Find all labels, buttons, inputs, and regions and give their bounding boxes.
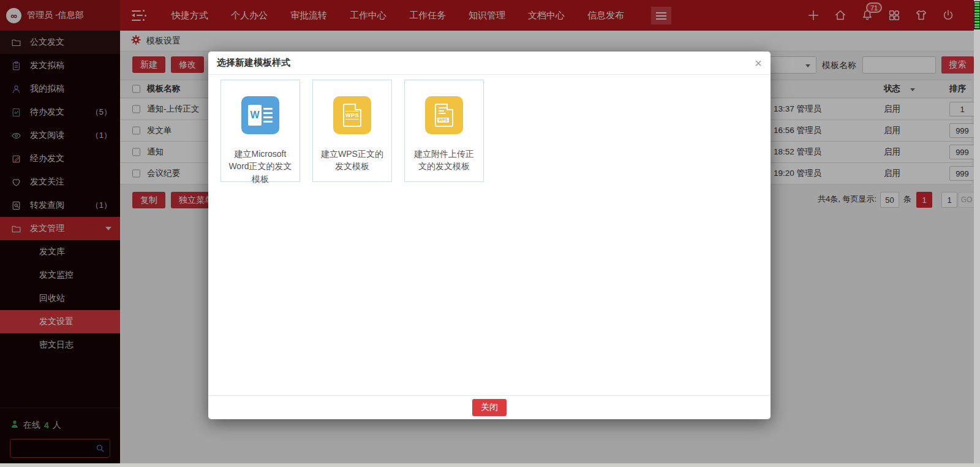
modal-footer: 关闭 [208,395,771,419]
modal-header: 选择新建模板样式 × [208,51,771,75]
template-card-label: 建立Microsoft Word正文的发文模板 [221,148,300,185]
word-icon: W [241,96,279,134]
close-button[interactable]: 关闭 [472,399,507,416]
modal-body: W 建立Microsoft Word正文的发文模板 WPS 建立WPS正文的发文… [208,75,771,395]
new-template-modal: 选择新建模板样式 × W 建立Microsoft Word正文的发文模板 WPS… [208,51,771,419]
vertical-scrollbar[interactable] [974,0,980,463]
template-card-label: 建立WPS正文的发文模板 [313,148,391,173]
close-icon[interactable]: × [755,57,762,69]
attachment-upload-icon: WPS [425,96,463,134]
scrollbar-marker [974,1,980,29]
template-card-word[interactable]: W 建立Microsoft Word正文的发文模板 [221,80,300,182]
horizontal-scrollbar[interactable] [0,463,980,467]
template-card-label: 建立附件上传正文的发文模板 [405,148,483,173]
modal-title: 选择新建模板样式 [217,57,290,69]
template-card-attachment[interactable]: WPS 建立附件上传正文的发文模板 [404,80,484,182]
template-card-wps[interactable]: WPS 建立WPS正文的发文模板 [312,80,392,182]
app-screen: 快捷方式 个人办公 审批流转 工作中心 工作任务 知识管理 文档中心 信息发布 … [0,0,980,467]
wps-icon: WPS [333,96,371,134]
